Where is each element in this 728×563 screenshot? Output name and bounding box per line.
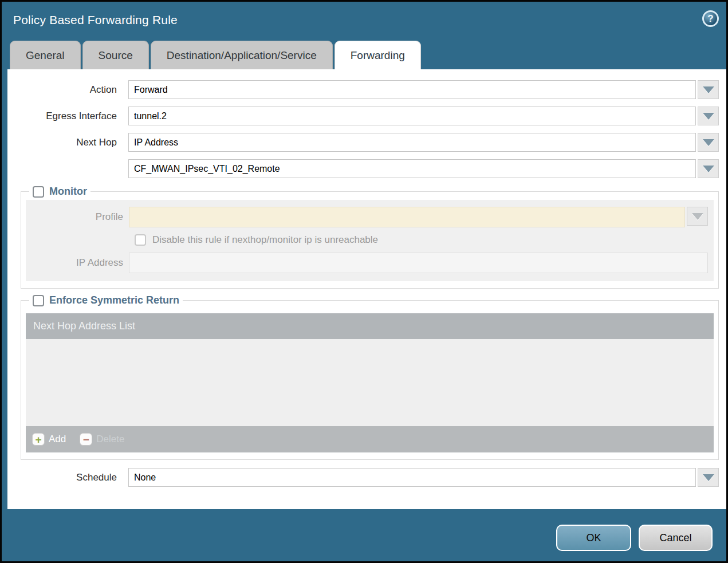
next-hop-row: Next Hop bbox=[7, 133, 719, 152]
next-hop-type-dropdown-button[interactable] bbox=[698, 133, 719, 152]
schedule-label: Schedule bbox=[7, 472, 123, 483]
enforce-symmetric-return-legend-label: Enforce Symmetric Return bbox=[49, 294, 179, 306]
next-hop-address-table: Next Hop Address List + Add − Delete bbox=[26, 313, 714, 452]
egress-interface-dropdown-button[interactable] bbox=[698, 107, 719, 125]
chevron-down-icon bbox=[703, 86, 714, 93]
action-row: Action bbox=[7, 80, 719, 99]
egress-interface-label: Egress Interface bbox=[7, 111, 123, 122]
profile-row: Profile bbox=[26, 207, 714, 227]
add-button-label: Add bbox=[49, 434, 66, 445]
next-hop-address-list-body bbox=[26, 339, 714, 426]
delete-button-label: Delete bbox=[96, 434, 124, 445]
disable-rule-label: Disable this rule if nexthop/monitor ip … bbox=[152, 234, 378, 246]
chevron-down-icon bbox=[703, 113, 714, 120]
monitor-legend: Monitor bbox=[29, 186, 90, 198]
schedule-input[interactable] bbox=[128, 468, 696, 487]
minus-icon: − bbox=[80, 433, 92, 446]
dialog-titlebar: Policy Based Forwarding Rule ? bbox=[2, 2, 726, 39]
tab-source[interactable]: Source bbox=[82, 41, 149, 69]
tab-bar: General Source Destination/Application/S… bbox=[10, 41, 421, 69]
next-hop-address-list-header: Next Hop Address List bbox=[26, 313, 714, 339]
plus-icon: + bbox=[32, 433, 45, 446]
next-hop-type-input[interactable] bbox=[128, 133, 696, 152]
monitor-ip-address-label: IP Address bbox=[26, 257, 129, 269]
pbf-rule-dialog: Policy Based Forwarding Rule ? General S… bbox=[0, 0, 728, 563]
action-dropdown-button[interactable] bbox=[698, 80, 719, 99]
delete-button: − Delete bbox=[80, 433, 124, 446]
action-input[interactable] bbox=[128, 80, 696, 99]
chevron-down-icon bbox=[703, 474, 714, 481]
chevron-down-icon bbox=[703, 139, 714, 146]
egress-interface-row: Egress Interface bbox=[7, 107, 719, 125]
tab-destination-application-service[interactable]: Destination/Application/Service bbox=[151, 41, 333, 69]
cancel-button[interactable]: Cancel bbox=[639, 525, 713, 551]
monitor-legend-label: Monitor bbox=[49, 186, 87, 198]
tab-general[interactable]: General bbox=[10, 41, 81, 69]
profile-label: Profile bbox=[26, 211, 129, 223]
chevron-down-icon bbox=[703, 166, 714, 172]
monitor-checkbox[interactable] bbox=[33, 186, 44, 198]
disable-rule-row: Disable this rule if nexthop/monitor ip … bbox=[26, 234, 714, 246]
profile-input bbox=[129, 207, 685, 227]
help-icon[interactable]: ? bbox=[702, 10, 719, 27]
enforce-symmetric-return-section: Enforce Symmetric Return Next Hop Addres… bbox=[21, 294, 719, 460]
profile-dropdown-button bbox=[687, 207, 708, 226]
next-hop-address-dropdown-button[interactable] bbox=[698, 159, 719, 178]
monitor-ip-address-row: IP Address bbox=[26, 253, 714, 273]
dialog-title: Policy Based Forwarding Rule bbox=[13, 13, 178, 27]
next-hop-address-input[interactable] bbox=[128, 159, 696, 178]
next-hop-address-row bbox=[7, 159, 719, 178]
next-hop-label: Next Hop bbox=[7, 137, 123, 148]
disable-rule-checkbox bbox=[135, 234, 146, 246]
next-hop-address-list-toolbar: + Add − Delete bbox=[26, 426, 714, 452]
schedule-dropdown-button[interactable] bbox=[698, 468, 719, 487]
enforce-symmetric-return-checkbox[interactable] bbox=[33, 295, 44, 306]
egress-interface-input[interactable] bbox=[128, 107, 696, 125]
add-button[interactable]: + Add bbox=[32, 433, 66, 446]
enforce-symmetric-return-legend: Enforce Symmetric Return bbox=[29, 294, 183, 306]
monitor-panel: Profile Disable this rule if nexthop/mon… bbox=[26, 200, 714, 281]
ok-button[interactable]: OK bbox=[556, 525, 631, 551]
action-label: Action bbox=[7, 84, 123, 96]
chevron-down-icon bbox=[692, 213, 703, 220]
schedule-row: Schedule bbox=[7, 468, 719, 487]
monitor-section: Monitor Profile Disable this rule if bbox=[21, 186, 719, 289]
tab-forwarding[interactable]: Forwarding bbox=[335, 41, 421, 69]
forwarding-tab-panel: Action Egress Interface Next Hop bbox=[7, 69, 726, 509]
monitor-ip-address-input bbox=[129, 253, 708, 273]
